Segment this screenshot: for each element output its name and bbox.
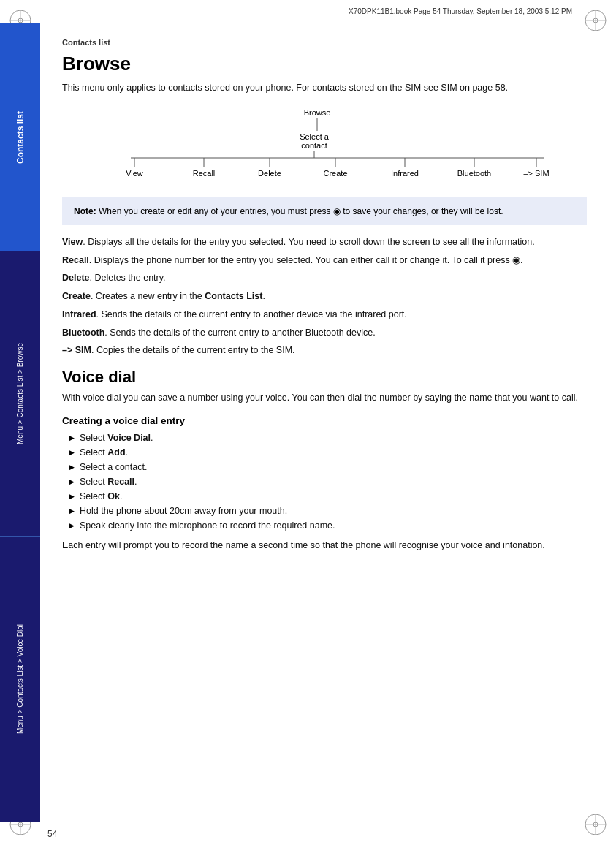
intro-text: This menu only applies to contacts store… bbox=[62, 81, 587, 95]
para-create: Create. Creates a new entry in the Conta… bbox=[62, 289, 587, 303]
diagram-area: Browse Select a contact View Recall Dele… bbox=[62, 105, 587, 186]
note-text: When you create or edit any of your entr… bbox=[99, 206, 503, 216]
closing-text: Each entry will prompt you to record the… bbox=[62, 539, 587, 553]
top-bar-text: X70DPK11B1.book Page 54 Thursday, Septem… bbox=[349, 7, 572, 15]
list-item: Select a contact. bbox=[69, 460, 587, 474]
svg-text:Recall: Recall bbox=[193, 169, 216, 178]
para-delete: Delete. Deletes the entry. bbox=[62, 271, 587, 285]
list-item: Select Voice Dial. bbox=[69, 431, 587, 445]
list-item: Select Add. bbox=[69, 445, 587, 460]
list-item: Speak clearly into the microphone to rec… bbox=[69, 518, 587, 533]
svg-text:Bluetooth: Bluetooth bbox=[457, 169, 491, 178]
svg-text:Create: Create bbox=[323, 169, 347, 178]
para-infrared: Infrared. Sends the details of the curre… bbox=[62, 308, 587, 322]
bottom-bar bbox=[0, 822, 616, 845]
svg-text:Browse: Browse bbox=[304, 108, 331, 117]
sidebar-item-voice-dial: Menu > Contacts List > Voice Dial bbox=[16, 624, 24, 734]
list-item: Select Recall. bbox=[69, 474, 587, 489]
note-box: Note: When you create or edit any of you… bbox=[62, 197, 587, 225]
top-bar: X70DPK11B1.book Page 54 Thursday, Septem… bbox=[0, 0, 616, 23]
svg-text:contact: contact bbox=[301, 141, 327, 150]
svg-text:–> SIM: –> SIM bbox=[523, 169, 549, 178]
svg-text:Delete: Delete bbox=[258, 169, 281, 178]
para-bluetooth: Bluetooth. Sends the details of the curr… bbox=[62, 326, 587, 340]
sidebar: Contacts list Menu > Contacts List > Bro… bbox=[0, 23, 40, 822]
note-label: Note: bbox=[74, 206, 99, 216]
list-item: Select Ok. bbox=[69, 489, 587, 504]
section-title: Contacts list bbox=[62, 38, 587, 47]
para-recall: Recall. Displays the phone number for th… bbox=[62, 254, 587, 268]
main-content: Contacts list Browse This menu only appl… bbox=[40, 23, 616, 822]
browse-heading: Browse bbox=[62, 53, 587, 75]
creating-subheading: Creating a voice dial entry bbox=[62, 415, 587, 426]
voice-dial-heading: Voice dial bbox=[62, 368, 587, 387]
svg-text:View: View bbox=[126, 169, 143, 178]
para-sim: –> SIM. Copies the details of the curren… bbox=[62, 344, 587, 357]
voice-dial-steps-list: Select Voice Dial. Select Add. Select a … bbox=[62, 431, 587, 533]
list-item: Hold the phone about 20cm away from your… bbox=[69, 504, 587, 518]
sidebar-item-browse: Menu > Contacts List > Browse bbox=[16, 343, 24, 444]
sidebar-item-contacts-list: Contacts list bbox=[15, 111, 26, 164]
diagram-svg: Browse Select a contact View Recall Dele… bbox=[62, 105, 587, 186]
svg-text:Infrared: Infrared bbox=[391, 169, 419, 178]
svg-text:Select a: Select a bbox=[300, 132, 330, 141]
para-view: View. Displays all the details for the e… bbox=[62, 235, 587, 249]
voice-dial-intro: With voice dial you can save a number us… bbox=[62, 391, 587, 405]
